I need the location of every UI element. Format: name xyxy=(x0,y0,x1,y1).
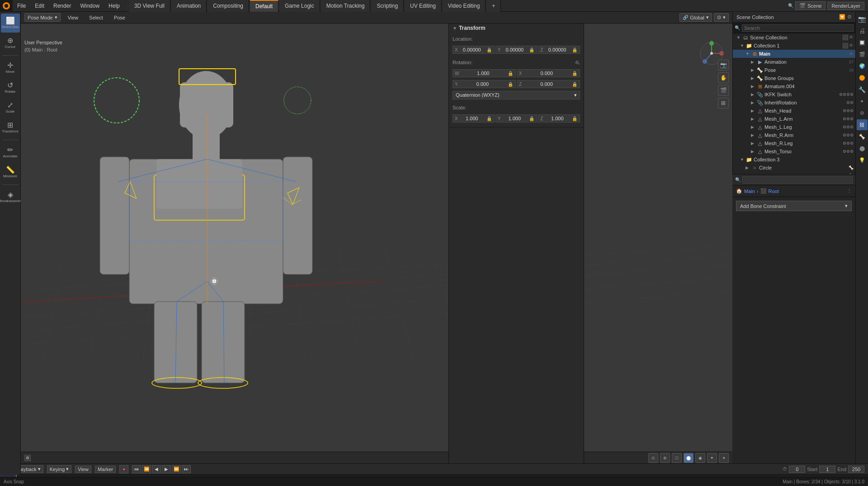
viewport-grid-btn[interactable]: ⊞ xyxy=(718,98,729,109)
end-frame-input[interactable]: 250 xyxy=(848,466,864,473)
shading-material[interactable]: ◉ xyxy=(695,453,705,463)
outliner-item-scene-collection[interactable]: ▼ 🗂 Scene Collection ✓ 👁 xyxy=(733,33,855,42)
scene-collection-eye[interactable]: 👁 xyxy=(849,35,854,40)
camera-view-btn[interactable]: 📷 xyxy=(718,60,729,71)
scale-x-field[interactable]: X 1.000 🔒 xyxy=(453,114,495,123)
scale-y-field[interactable]: Y 1.000 🔒 xyxy=(495,114,538,123)
rot-z-lock[interactable]: 🔒 xyxy=(571,82,578,87)
loc-y-lock[interactable]: 🔒 xyxy=(528,47,535,52)
shading-options[interactable]: ▾ xyxy=(719,453,729,463)
workspace-motiontracking[interactable]: Motion Tracking xyxy=(321,0,371,12)
outliner-item-inherit-rotation[interactable]: ▶ 📎 InheritRotation ⚙⚙ xyxy=(733,99,855,107)
prop-tab-output[interactable]: 🖨 xyxy=(857,25,868,36)
shading-solid[interactable]: ⬤ xyxy=(684,453,693,463)
menu-window[interactable]: Window xyxy=(75,0,104,12)
prop-tab-render[interactable]: 📷 xyxy=(857,14,868,24)
outliner-item-collection1[interactable]: ▼ 📁 Collection 1 ✓ 👁 xyxy=(733,42,855,50)
outliner-item-circle[interactable]: ▶ ○ Circle 🦴 xyxy=(733,164,855,172)
play-btn[interactable]: ▶ xyxy=(162,465,171,473)
outliner-item-main[interactable]: ▼ ⊞ Main 👁 xyxy=(733,50,855,58)
prop-tab-viewlayer[interactable]: 🔲 xyxy=(857,37,868,48)
workspace-animation[interactable]: Animation xyxy=(171,0,207,12)
tool-measure[interactable]: 📏 Measure xyxy=(1,163,20,182)
location-z-field[interactable]: Z 0.00000 🔒 xyxy=(538,46,580,54)
outliner-item-animation[interactable]: ▶ ▶ Animation 27 xyxy=(733,58,855,66)
start-frame-input[interactable]: 1 xyxy=(819,466,835,473)
loc-x-lock[interactable]: 🔒 xyxy=(486,47,492,52)
scene-collection-checkbox[interactable]: ✓ xyxy=(843,35,848,40)
outliner-search-input[interactable] xyxy=(742,24,854,32)
workspace-compositing[interactable]: Compositing xyxy=(208,0,249,12)
prop-tab-scene[interactable]: 🎬 xyxy=(857,49,868,60)
viewport-options-btn[interactable]: ⚙ xyxy=(24,455,31,461)
collection1-checkbox[interactable]: ✓ xyxy=(843,43,848,48)
outliner-item-mesh-lleg[interactable]: ▶ △ Mesh_L.Leg ⚙⚙⚙ xyxy=(733,123,855,131)
viewport-shading-overlay[interactable]: ⊙ xyxy=(648,453,658,463)
viewport-3d[interactable]: Pose Mode ▾ View Select Pose 🔗 Global ▾ … xyxy=(21,12,732,463)
scale-z-field[interactable]: Z 1.000 🔒 xyxy=(538,114,580,123)
prop-tab-modifier[interactable]: 🔧 xyxy=(857,84,868,95)
menu-render[interactable]: Render xyxy=(49,0,75,12)
outliner-item-mesh-rleg[interactable]: ▶ △ Mesh_R.Leg ⚙⚙⚙ xyxy=(733,139,855,147)
scale-y-lock[interactable]: 🔒 xyxy=(528,116,535,121)
bone-constraint-search-input[interactable] xyxy=(742,176,853,184)
prop-tab-armature[interactable]: 🦴 xyxy=(857,131,868,142)
jump-start-btn[interactable]: ⏮ xyxy=(132,465,141,473)
rotation-type-dropdown[interactable]: Quaternion (WXYZ) ▾ xyxy=(453,91,580,99)
outliner-item-circle001[interactable]: ▶ ○ Circle.001 🦴 xyxy=(733,172,855,174)
bc-main-link[interactable]: Main xyxy=(744,189,755,194)
play-backward-btn[interactable]: ◀ xyxy=(152,465,161,473)
next-keyframe-btn[interactable]: ⏩ xyxy=(172,465,181,473)
tool-cursor[interactable]: ⊕ Cursor xyxy=(1,33,20,52)
rot-w-lock[interactable]: 🔒 xyxy=(507,71,514,76)
prop-tab-material[interactable]: ⬤ xyxy=(857,143,868,154)
prop-tab-shading[interactable]: 💡 xyxy=(857,155,868,165)
workspace-gamelogic[interactable]: Game Logic xyxy=(279,0,320,12)
outliner-filter-btn[interactable]: 🔽 xyxy=(839,14,845,20)
location-y-field[interactable]: Y 0.00000 🔒 xyxy=(495,46,538,54)
collection1-eye[interactable]: 👁 xyxy=(849,43,854,48)
outliner-item-mesh-larm[interactable]: ▶ △ Mesh_L.Arm ⚙⚙⚙ xyxy=(733,115,855,123)
main-eye[interactable]: 👁 xyxy=(849,52,854,57)
tool-annotate[interactable]: ✏ Annotate xyxy=(1,143,20,162)
prop-tab-world[interactable]: 🌍 xyxy=(857,61,868,71)
marker-dropdown[interactable]: Marker xyxy=(95,466,116,473)
prop-tab-constraints[interactable]: ⛓ xyxy=(857,119,868,130)
workspace-scripting[interactable]: Scripting xyxy=(371,0,404,12)
rotation-y-field[interactable]: Y 0.000 🔒 xyxy=(453,80,516,88)
scale-z-lock[interactable]: 🔒 xyxy=(571,116,578,121)
outliner-item-mesh-rarm[interactable]: ▶ △ Mesh_R.Arm ⚙⚙⚙ xyxy=(733,131,855,139)
location-x-field[interactable]: X 0.00000 🔒 xyxy=(453,46,495,54)
tool-transform[interactable]: ⊞ Transform xyxy=(1,118,20,137)
rot-x-lock[interactable]: 🔒 xyxy=(571,71,578,76)
tool-move[interactable]: ✛ Move xyxy=(1,58,20,77)
add-bone-constraint-btn[interactable]: Add Bone Constraint ▾ xyxy=(736,201,852,211)
viewport-canvas[interactable]: User Perspective (0) Main : Root Y X Z xyxy=(21,24,732,463)
rotation-z-field[interactable]: Z 0.000 🔒 xyxy=(517,80,580,88)
menu-help[interactable]: Help xyxy=(104,0,124,12)
menu-edit[interactable]: Edit xyxy=(30,0,49,12)
outliner-item-collection3[interactable]: ▼ 📁 Collection 3 xyxy=(733,156,855,164)
tool-rotate[interactable]: ↺ Rotate xyxy=(1,78,20,97)
outliner-item-bone-groups[interactable]: ▶ 🦴 Bone Groups xyxy=(733,74,855,82)
proportional-dropdown[interactable]: ⊙ ▾ xyxy=(714,13,729,22)
viewport-render-btn[interactable]: 🎬 xyxy=(718,85,729,96)
current-frame-input[interactable]: 0 xyxy=(789,466,805,473)
rot-y-lock[interactable]: 🔒 xyxy=(507,82,514,87)
viewport-select-menu[interactable]: Select xyxy=(85,14,107,21)
prev-keyframe-btn[interactable]: ⏪ xyxy=(142,465,151,473)
snap-dropdown[interactable]: 🔗 Global ▾ xyxy=(679,13,712,22)
view-dropdown[interactable]: View xyxy=(75,466,91,473)
bc-root-link[interactable]: Root xyxy=(769,189,779,194)
shading-rendered[interactable]: ✦ xyxy=(707,453,717,463)
tool-scale[interactable]: ⤢ Scale xyxy=(1,98,20,117)
render-layer-selector[interactable]: RenderLayer xyxy=(827,2,864,10)
tool-select-box[interactable]: ⬜ Select Box xyxy=(1,14,20,33)
keying-dropdown[interactable]: Keying ▾ xyxy=(47,465,72,473)
prop-tab-physics[interactable]: ⚙ xyxy=(857,108,868,118)
outliner-item-ikfk[interactable]: ▶ 📎 IKFK Switch ⚙⚙⚙⚙ xyxy=(733,90,855,99)
viewport-shading-gizmo[interactable]: ⊕ xyxy=(660,453,670,463)
outliner-item-armature004[interactable]: ▶ ⊞ Armature.004 xyxy=(733,82,855,90)
scale-x-lock[interactable]: 🔒 xyxy=(486,116,492,121)
viewport-view-menu[interactable]: View xyxy=(64,14,82,21)
